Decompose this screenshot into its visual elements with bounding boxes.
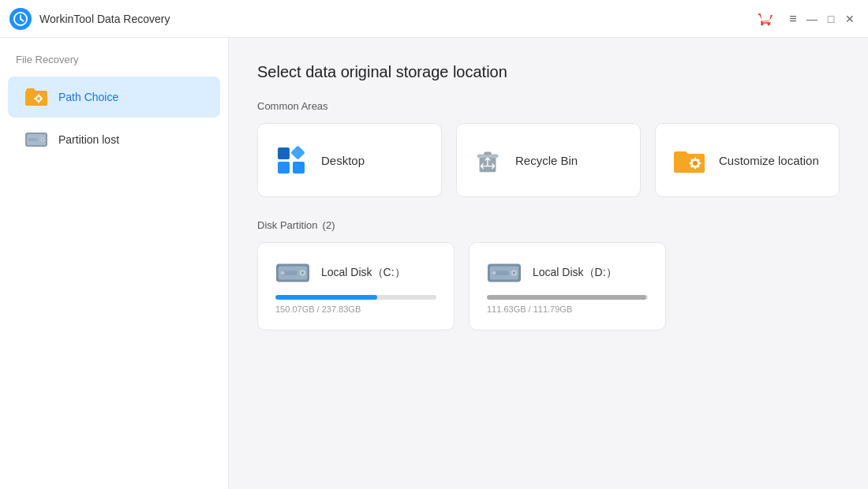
disk-c-top: Local Disk（C:）	[275, 259, 436, 287]
common-areas-cards: Desktop Recycle Bin	[257, 123, 840, 197]
customize-location-label: Customize location	[719, 154, 819, 167]
svg-rect-5	[34, 98, 36, 99]
svg-rect-11	[28, 138, 38, 141]
minimize-button[interactable]: —	[803, 10, 821, 28]
recycle-bin-card[interactable]: Recycle Bin	[456, 123, 641, 197]
disk-d-progress-bar	[487, 295, 648, 300]
close-button[interactable]: ✕	[841, 10, 859, 28]
sidebar-item-path-choice-label: Path Choice	[58, 91, 118, 103]
svg-rect-15	[293, 162, 305, 174]
svg-point-2	[37, 97, 40, 100]
sidebar-item-partition-lost-label: Partition lost	[58, 133, 119, 146]
svg-rect-13	[290, 146, 305, 160]
app-title: WorkinTool Data Recovery	[39, 13, 758, 25]
disk-c-progress-fill	[275, 295, 377, 300]
svg-rect-14	[278, 162, 290, 174]
partition-lost-icon	[24, 127, 49, 152]
disk-d-progress-fill	[487, 295, 646, 300]
svg-rect-40	[492, 271, 496, 274]
disk-d-top: Local Disk（D:）	[487, 259, 648, 287]
window-controls-group: ≡ — □ ✕	[784, 10, 859, 28]
svg-rect-21	[694, 158, 696, 160]
desktop-icon	[274, 143, 309, 177]
svg-point-20	[693, 161, 698, 166]
svg-rect-12	[278, 147, 290, 159]
disk-c-progress-bar	[275, 295, 436, 300]
window-controls: ≡ — □ ✕	[758, 10, 859, 28]
customize-location-icon	[672, 143, 706, 177]
disk-partition-label: Disk Partition	[257, 219, 318, 231]
sidebar: File Recovery Path Choice	[0, 38, 229, 489]
svg-point-32	[301, 272, 304, 274]
maximize-button[interactable]: □	[822, 10, 840, 28]
content-area: Select data original storage location Co…	[229, 38, 868, 489]
svg-rect-3	[38, 95, 39, 97]
svg-rect-34	[281, 271, 285, 274]
svg-rect-4	[38, 101, 39, 103]
page-title: Select data original storage location	[257, 63, 840, 81]
path-choice-icon	[24, 84, 49, 110]
desktop-card[interactable]: Desktop	[257, 123, 442, 197]
titlebar: WorkinTool Data Recovery ≡ — □ ✕	[0, 0, 868, 38]
svg-point-38	[513, 272, 515, 274]
main-layout: File Recovery Path Choice	[0, 38, 868, 489]
common-areas-label: Common Areas	[257, 100, 840, 112]
disk-d-size: 111.63GB / 111.79GB	[487, 304, 648, 314]
disk-cards-row: Local Disk（C:） 150.07GB / 237.83GB	[257, 242, 840, 330]
disk-c-size: 150.07GB / 237.83GB	[275, 304, 436, 314]
customize-location-card[interactable]: Customize location	[655, 123, 840, 197]
cart-icon[interactable]	[758, 11, 773, 27]
svg-rect-18	[484, 152, 492, 155]
app-logo	[9, 8, 32, 30]
disk-count: (2)	[323, 219, 335, 231]
sidebar-item-path-choice[interactable]: Path Choice	[8, 77, 220, 118]
svg-rect-6	[41, 98, 43, 99]
sidebar-section-title: File Recovery	[0, 54, 228, 75]
disk-d-card[interactable]: Local Disk（D:） 111.63GB / 111.79GB	[469, 242, 666, 330]
disk-d-name: Local Disk（D:）	[533, 266, 617, 280]
disk-c-name: Local Disk（C:）	[321, 266, 406, 280]
disk-c-icon	[275, 259, 310, 287]
sidebar-item-partition-lost[interactable]: Partition lost	[8, 119, 220, 160]
svg-rect-22	[694, 167, 696, 170]
disk-c-card[interactable]: Local Disk（C:） 150.07GB / 237.83GB	[257, 242, 455, 330]
svg-rect-24	[699, 162, 702, 164]
svg-point-10	[42, 139, 43, 140]
desktop-label: Desktop	[321, 154, 365, 167]
disk-d-icon	[487, 259, 522, 287]
recycle-bin-label: Recycle Bin	[515, 154, 578, 167]
svg-rect-23	[690, 162, 692, 164]
menu-button[interactable]: ≡	[784, 10, 802, 28]
recycle-bin-icon	[473, 145, 503, 175]
